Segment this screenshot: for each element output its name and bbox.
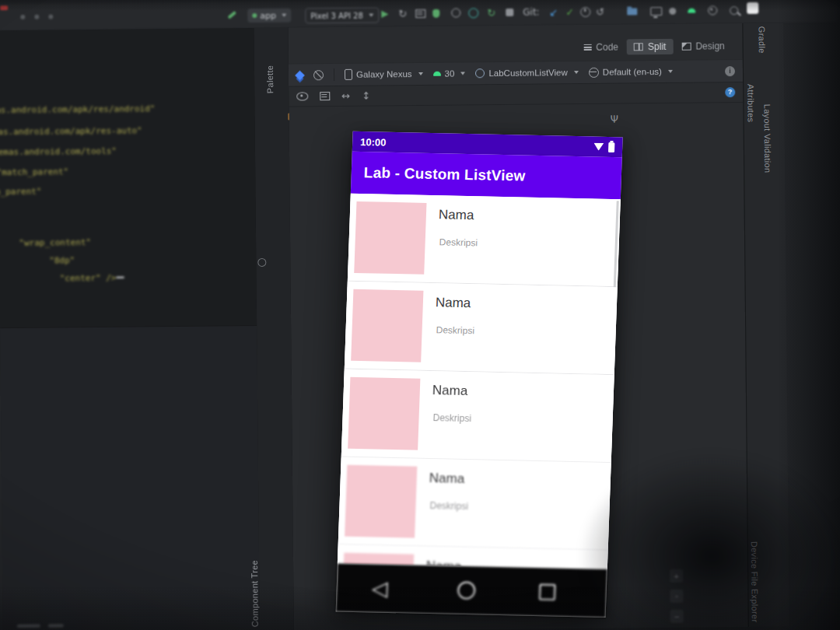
editor-lower-panel <box>0 325 260 630</box>
git-history-icon[interactable] <box>580 5 590 18</box>
item-title: Nama <box>432 383 468 399</box>
theme-selector-dropdown[interactable]: LabCustomListView <box>475 68 579 78</box>
git-update-icon[interactable]: ↙ <box>549 5 558 18</box>
code-line: "http://schemas.android.com/apk/res-auto… <box>0 125 142 138</box>
git-label: Git: <box>523 6 540 19</box>
bright-window-icon[interactable] <box>747 2 758 14</box>
device-selector-label: Galaxy Nexus <box>356 69 412 79</box>
tab-design-label: Design <box>695 40 724 51</box>
run-config-icon <box>252 13 257 18</box>
tab-split[interactable]: Split <box>627 39 674 55</box>
phone-icon <box>345 69 352 80</box>
antenna-icon: Ψ <box>611 114 618 125</box>
avd-manager-icon[interactable] <box>688 5 695 17</box>
build-hammer-icon[interactable] <box>227 9 236 21</box>
api-level-label: 30 <box>445 69 455 79</box>
settings-gear-icon[interactable] <box>708 4 717 16</box>
nav-back-icon: ◁ <box>371 578 388 599</box>
code-line: "http://schemas.android.com/apk/res/andr… <box>0 103 156 116</box>
tool-window-layout-validation[interactable]: Layout Validation <box>762 104 772 173</box>
wifi-icon <box>593 143 604 151</box>
info-icon[interactable] <box>725 66 735 76</box>
preview-app-bar: Lab - Custom ListView <box>351 152 622 200</box>
zoom-fit-button[interactable] <box>670 590 683 603</box>
orientation-horizontal-icon[interactable]: ↔ <box>341 89 350 101</box>
view-options-eye-icon[interactable] <box>296 92 308 100</box>
sync-gradle-icon[interactable]: ↻ <box>487 6 495 19</box>
item-subtitle: Deskripsi <box>429 500 468 512</box>
item-image-placeholder <box>354 201 426 275</box>
design-surface-icon[interactable] <box>295 70 305 80</box>
list-item: Nama Deskripsi <box>345 282 618 375</box>
list-item: Nama Deskripsi <box>338 457 611 551</box>
code-line: "http://schemas.android.com/tools" <box>0 146 117 159</box>
nav-recents-icon <box>538 584 555 600</box>
tool-window-palette[interactable]: Palette <box>265 65 275 93</box>
android-studio-window: app Pixel 3 API 28 ▶ ↻ ↻ Git: ↙ ✓ <box>0 0 840 630</box>
tool-window-gradle[interactable]: Gradle <box>757 26 766 54</box>
nav-home-icon <box>457 581 475 599</box>
debug-button[interactable] <box>432 7 439 19</box>
api-level-dropdown[interactable]: 30 <box>433 68 466 78</box>
menu-icon-a[interactable] <box>20 11 25 23</box>
zoom-in-button[interactable] <box>670 569 683 583</box>
device-preview: 10:00 Lab - Custom ListView Nama Deskrip… <box>336 131 623 618</box>
item-image-placeholder <box>345 465 417 538</box>
run-config-label: app <box>260 10 276 20</box>
item-title: Nama <box>436 295 471 311</box>
code-mode-icon <box>583 44 591 51</box>
tool-window-device-file-explorer[interactable]: Device File Explorer <box>750 541 760 622</box>
stop-button[interactable] <box>506 6 513 19</box>
item-image-placeholder <box>351 289 423 362</box>
coverage-icon[interactable] <box>451 6 460 19</box>
run-button[interactable]: ▶ <box>381 7 388 19</box>
orientation-vertical-icon[interactable]: ↕ <box>362 89 370 101</box>
globe-icon <box>589 67 599 77</box>
profiler-icon[interactable] <box>415 7 425 19</box>
tab-design[interactable]: Design <box>674 38 732 54</box>
profile-app-icon[interactable] <box>468 6 478 19</box>
git-rollback-icon[interactable]: ↺ <box>596 5 604 18</box>
tool-window-component-tree[interactable]: Component Tree <box>250 560 260 627</box>
device-selector-dropdown[interactable]: Galaxy Nexus <box>345 68 423 80</box>
code-line: "center" /> <box>0 273 117 285</box>
ide-stage: app Pixel 3 API 28 ▶ ↻ ↻ Git: ↙ ✓ <box>0 0 840 630</box>
device-monitor-icon[interactable] <box>650 5 662 17</box>
chevron-down-icon <box>460 72 465 75</box>
menu-icon-c[interactable] <box>48 11 53 23</box>
project-folder-icon[interactable] <box>627 5 637 17</box>
list-item: Nama Deskripsi <box>341 369 614 463</box>
run-config-dropdown[interactable]: app <box>247 9 291 23</box>
blueprint-toggle-icon[interactable] <box>320 92 330 100</box>
code-editor-pane[interactable]: "http://schemas.android.com/apk/res/andr… <box>0 28 261 630</box>
item-subtitle: Deskripsi <box>432 412 471 424</box>
tab-code-label: Code <box>596 42 618 53</box>
menu-icon-b[interactable] <box>34 11 39 23</box>
screenshot-root: app Pixel 3 API 28 ▶ ↻ ↻ Git: ↙ ✓ <box>0 0 840 630</box>
preview-navigation-bar: ◁ <box>336 563 607 618</box>
chevron-down-icon <box>369 14 373 17</box>
app-title: Lab - Custom ListView <box>363 164 525 185</box>
stripe-button-icon[interactable] <box>257 258 266 267</box>
git-commit-check-icon[interactable]: ✓ <box>565 5 574 18</box>
no-theme-icon[interactable] <box>313 70 324 80</box>
zoom-out-button[interactable] <box>670 610 684 623</box>
notifications-icon[interactable] <box>669 5 676 17</box>
chevron-down-icon <box>418 72 423 75</box>
locale-dropdown[interactable]: Default (en-us) <box>589 66 673 77</box>
status-bar-text <box>48 624 64 627</box>
help-icon[interactable] <box>725 87 735 97</box>
tool-window-attributes[interactable]: Attributes <box>746 84 755 123</box>
list-item: Nama Deskripsi <box>348 194 621 287</box>
code-line: "wrap_content" <box>0 237 91 250</box>
status-icons <box>593 142 614 152</box>
target-device-dropdown[interactable]: Pixel 3 API 28 <box>305 7 379 23</box>
apply-changes-icon[interactable]: ↻ <box>398 7 407 19</box>
status-time: 10:00 <box>360 136 387 149</box>
chevron-down-icon <box>282 14 286 17</box>
code-line: "8dp" <box>0 255 75 267</box>
item-title: Nama <box>439 207 474 223</box>
tab-code[interactable]: Code <box>576 39 625 55</box>
modified-indicator <box>0 5 8 10</box>
search-everywhere-icon[interactable] <box>730 4 738 16</box>
